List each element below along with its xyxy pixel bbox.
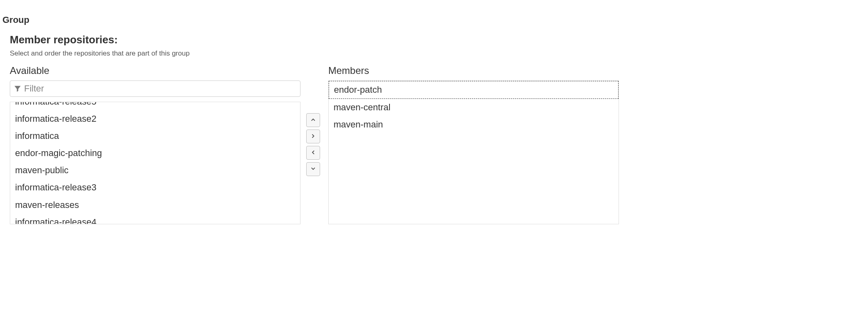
available-item[interactable]: maven-public [10,162,300,179]
members-column: Members endor-patchmaven-centralmaven-ma… [328,65,619,224]
member-repositories-heading: Member repositories: [10,34,858,46]
section-title: Group [0,0,868,25]
available-column: Available informatica-release5informatic… [10,65,300,224]
members-listbox[interactable]: endor-patchmaven-centralmaven-main [328,80,619,224]
chevron-down-icon [310,166,316,173]
filter-input[interactable] [24,81,297,96]
member-item[interactable]: maven-main [329,116,619,133]
chevron-left-icon [310,150,316,156]
available-item[interactable]: maven-releases [10,197,300,214]
available-item[interactable]: informatica-release4 [10,214,300,224]
member-item[interactable]: maven-central [329,99,619,116]
members-title: Members [328,65,619,76]
chevron-up-icon [310,117,316,124]
available-item[interactable]: informatica-release2 [10,110,300,127]
transfer-controls [306,65,323,224]
member-repositories-helper: Select and order the repositories that a… [10,49,858,58]
available-item[interactable]: informatica-release3 [10,179,300,196]
chevron-right-icon [310,133,316,140]
remove-from-members-button[interactable] [306,146,320,160]
available-item[interactable]: informatica-release5 [10,102,300,110]
available-title: Available [10,65,300,76]
member-item[interactable]: endor-patch [329,81,619,99]
add-to-members-button[interactable] [306,130,320,143]
available-item[interactable]: endor-magic-patching [10,145,300,162]
move-down-button[interactable] [306,162,320,176]
filter-container [10,80,300,97]
dual-list-picker: Available informatica-release5informatic… [10,65,858,224]
move-up-button[interactable] [306,113,320,127]
filter-icon [13,85,22,93]
available-item[interactable]: informatica [10,127,300,145]
available-listbox[interactable]: informatica-release5informatica-release2… [10,102,300,224]
